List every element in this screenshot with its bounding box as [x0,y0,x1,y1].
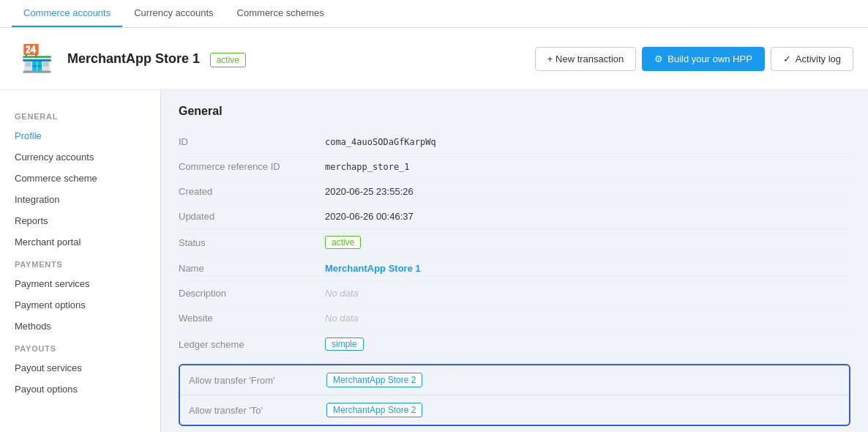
field-commerce-ref-id: Commerce reference ID merchapp_store_1 [179,154,850,179]
sidebar-item-merchant-portal[interactable]: Merchant portal [0,231,160,253]
transfer-from-value: MerchantApp Store 2 [326,373,422,387]
label-description: Description [179,288,325,299]
nav-currency-accounts[interactable]: Currency accounts [122,0,225,27]
sidebar-item-reports[interactable]: Reports [0,210,160,231]
nav-commerce-accounts[interactable]: Commerce accounts [12,0,122,27]
transfer-to-label: Allow transfer 'To' [189,405,326,416]
value-website: No data [325,313,359,324]
label-name: Name [179,263,325,274]
transfer-box: Allow transfer 'From' MerchantApp Store … [179,364,850,426]
value-created: 2020-06-25 23:55:26 [325,186,414,197]
value-commerce-ref-id: merchapp_store_1 [325,162,410,172]
transfer-from-store-tag[interactable]: MerchantApp Store 2 [326,373,422,387]
field-website: Website No data [179,306,850,331]
page-header: 🏪 MerchantApp Store 1 active + New trans… [0,28,868,90]
activity-log-label: Activity log [796,53,841,64]
sidebar-section-payouts: PAYOUTS Payout services Payout options [0,337,160,400]
main-content: General ID coma_4auoSODaGfKarpWq Commerc… [161,90,868,432]
sidebar-section-title-general: GENERAL [0,105,160,125]
label-commerce-ref-id: Commerce reference ID [179,161,325,172]
hpp-button-label: Build your own HPP [667,53,752,64]
field-id: ID coma_4auoSODaGfKarpWq [179,130,850,154]
label-ledger-scheme: Ledger scheme [179,339,325,350]
store-name-group: MerchantApp Store 1 active [67,51,246,67]
transfer-to-row: Allow transfer 'To' MerchantApp Store 2 [180,395,849,425]
sidebar-section-title-payouts: PAYOUTS [0,337,160,357]
store-icon: 🏪 [15,37,59,81]
value-updated: 2020-06-26 00:46:37 [325,211,414,222]
value-name: MerchantApp Store 1 [325,263,421,274]
value-ledger-scheme: simple [325,338,364,351]
status-tag: active [325,236,361,249]
header-actions: + New transaction ⚙ Build your own HPP ✓… [535,47,853,71]
name-bold-suffix: 1 [416,263,421,274]
field-name: Name MerchantApp Store 1 [179,256,850,281]
gear-icon: ⚙ [654,53,663,64]
label-website: Website [179,313,325,324]
check-icon: ✓ [783,53,791,64]
sidebar-item-integration[interactable]: Integration [0,189,160,210]
main-layout: GENERAL Profile Currency accounts Commer… [0,90,868,432]
transfer-to-value: MerchantApp Store 2 [326,403,422,417]
build-hpp-button[interactable]: ⚙ Build your own HPP [642,47,765,71]
sidebar-item-payment-options[interactable]: Payment options [0,294,160,316]
sidebar-item-payment-services[interactable]: Payment services [0,273,160,294]
info-table: ID coma_4auoSODaGfKarpWq Commerce refere… [179,130,850,426]
field-status: Status active [179,229,850,256]
sidebar-item-currency-accounts[interactable]: Currency accounts [0,146,160,168]
label-status: Status [179,237,325,248]
sidebar-item-methods[interactable]: Methods [0,316,160,337]
transfer-to-store-tag[interactable]: MerchantApp Store 2 [326,403,422,417]
sidebar-section-payments: PAYMENTS Payment services Payment option… [0,253,160,337]
transfer-from-label: Allow transfer 'From' [189,375,326,386]
sidebar: GENERAL Profile Currency accounts Commer… [0,90,161,432]
field-ledger-scheme: Ledger scheme simple [179,331,850,358]
field-created: Created 2020-06-25 23:55:26 [179,179,850,204]
status-badge: active [210,53,246,67]
ledger-scheme-tag: simple [325,338,364,351]
sidebar-item-payout-services[interactable]: Payout services [0,357,160,379]
sidebar-item-commerce-scheme[interactable]: Commerce scheme [0,168,160,189]
new-transaction-button[interactable]: + New transaction [535,47,636,71]
transfer-from-row: Allow transfer 'From' MerchantApp Store … [180,365,849,395]
sidebar-item-profile[interactable]: Profile [0,125,160,146]
sidebar-section-title-payments: PAYMENTS [0,253,160,273]
value-status: active [325,236,361,249]
label-id: ID [179,136,325,147]
nav-commerce-schemes[interactable]: Commerce schemes [225,0,336,27]
activity-log-button[interactable]: ✓ Activity log [771,47,853,71]
name-text: MerchantApp Store [325,263,416,274]
store-name: MerchantApp Store 1 [67,51,200,66]
top-navigation: Commerce accounts Currency accounts Comm… [0,0,868,28]
label-created: Created [179,186,325,197]
field-updated: Updated 2020-06-26 00:46:37 [179,204,850,229]
value-description: No data [325,288,359,299]
section-title: General [179,105,850,118]
sidebar-item-payout-options[interactable]: Payout options [0,379,160,400]
value-id: coma_4auoSODaGfKarpWq [325,137,436,147]
label-updated: Updated [179,211,325,222]
sidebar-section-general: GENERAL Profile Currency accounts Commer… [0,105,160,253]
field-description: Description No data [179,281,850,306]
